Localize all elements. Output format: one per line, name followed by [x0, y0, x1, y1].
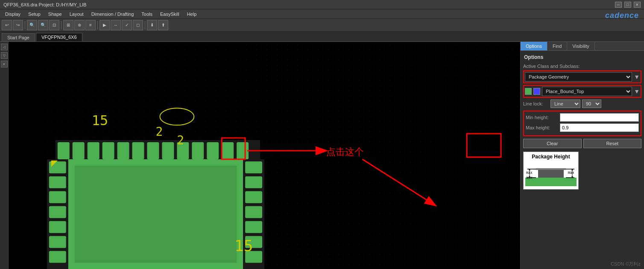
- svg-rect-15: [222, 142, 234, 159]
- tb-redo[interactable]: ↪: [13, 20, 23, 30]
- menu-setup[interactable]: Setup: [25, 11, 44, 18]
- tb-zoom-fit[interactable]: ⊡: [49, 20, 59, 30]
- tb-sep-3: [97, 21, 98, 29]
- maximize-btn[interactable]: □: [624, 2, 631, 8]
- subclass-dropdown-row: Place_Bound_Top ▼: [523, 85, 641, 98]
- svg-rect-14: [207, 142, 219, 159]
- tb-undo[interactable]: ↩: [2, 20, 12, 30]
- svg-rect-9: [132, 142, 144, 159]
- tb-run[interactable]: ▶: [100, 20, 110, 30]
- svg-rect-11: [162, 142, 174, 159]
- menu-shape[interactable]: Shape: [45, 11, 65, 18]
- pkg-height-diagram: Package Height max: [523, 152, 579, 190]
- svg-rect-6: [88, 142, 100, 159]
- height-section: Min height: Max height:: [523, 111, 641, 136]
- svg-rect-4: [58, 142, 70, 159]
- options-title: Options: [523, 53, 641, 61]
- svg-rect-49: [538, 169, 564, 178]
- tb-zoom-in[interactable]: 🔍: [27, 20, 37, 30]
- subclass-dropdown-arrow: ▼: [634, 88, 640, 95]
- svg-rect-28: [245, 191, 262, 203]
- btn-row: Clear Reset: [523, 139, 641, 148]
- class-dropdown[interactable]: Package Geometry: [525, 72, 632, 82]
- left-panel: ◁ ▽ ✕: [0, 42, 9, 269]
- active-class-label: Active Class and Subclass:: [523, 64, 641, 69]
- toolbar: ↩ ↪ 🔍 🔍 ⊡ ⊞ ⊕ ≡ ▶ ↔ ✓ ◻ ⬇ ⬆: [0, 19, 644, 32]
- svg-text:2: 2: [155, 125, 163, 139]
- left-btn-2[interactable]: ▽: [1, 52, 8, 59]
- left-btn-3[interactable]: ✕: [1, 61, 8, 67]
- svg-rect-19: [49, 176, 66, 188]
- right-panel: Options Find Visibility Options Active C…: [520, 42, 644, 269]
- svg-rect-27: [245, 176, 262, 188]
- reset-button[interactable]: Reset: [583, 139, 642, 148]
- pcb-view: 15 2 2 15 点击这个: [9, 42, 520, 269]
- subclass-color-swatch: [525, 88, 532, 95]
- tb-sep-4: [145, 21, 145, 29]
- diagram-svg: max min max: [525, 161, 577, 186]
- svg-text:点击这个: 点击这个: [326, 146, 364, 157]
- line-lock-select[interactable]: Line: [550, 99, 580, 108]
- tb-layer[interactable]: ≡: [85, 20, 96, 30]
- svg-rect-7: [102, 142, 114, 159]
- svg-rect-13: [192, 142, 204, 159]
- svg-rect-30: [245, 221, 262, 233]
- diagram-section: Package Height max: [523, 152, 641, 190]
- options-panel: Options Active Class and Subclass: Packa…: [521, 51, 644, 269]
- tb-import[interactable]: ⬇: [147, 20, 157, 30]
- svg-rect-8: [117, 142, 129, 159]
- min-height-input[interactable]: [560, 113, 639, 122]
- canvas-area[interactable]: 15 2 2 15 点击这个: [9, 42, 520, 269]
- svg-rect-5: [73, 142, 85, 159]
- menu-dimension[interactable]: Dimension / Drafting: [88, 11, 138, 18]
- class-dropdown-arrow: ▼: [634, 73, 640, 80]
- right-tab-visibility[interactable]: Visibility: [567, 42, 595, 50]
- tb-grid[interactable]: ⊞: [63, 20, 73, 30]
- menu-layout[interactable]: Layout: [66, 11, 87, 18]
- svg-rect-50: [536, 168, 566, 170]
- tb-zoom-out[interactable]: 🔍: [38, 20, 48, 30]
- right-tab-find[interactable]: Find: [547, 42, 567, 50]
- menu-tools[interactable]: Tools: [138, 11, 156, 18]
- right-tab-options[interactable]: Options: [521, 42, 547, 50]
- svg-rect-22: [49, 221, 66, 233]
- max-height-label: Max height:: [526, 125, 560, 130]
- svg-rect-23: [49, 236, 66, 248]
- menu-easyskill[interactable]: EasySkill: [157, 11, 183, 18]
- svg-rect-24: [49, 251, 66, 263]
- svg-rect-20: [49, 191, 66, 203]
- clear-button[interactable]: Clear: [523, 139, 582, 148]
- tab-vfqfpn[interactable]: VFQFPN36_6X6: [36, 33, 82, 41]
- menu-help[interactable]: Help: [184, 11, 200, 18]
- max-height-input[interactable]: [560, 123, 639, 132]
- tb-export[interactable]: ⬆: [158, 20, 168, 30]
- svg-text:min: min: [526, 176, 533, 180]
- diagram-title: Package Height: [525, 154, 577, 160]
- minimize-btn[interactable]: ─: [615, 2, 622, 8]
- left-btn-1[interactable]: ◁: [1, 44, 8, 50]
- min-height-row: Min height:: [526, 113, 639, 122]
- svg-text:15: 15: [234, 237, 253, 254]
- menu-bar: Display Setup Shape Layout Dimension / D…: [0, 9, 644, 19]
- class-dropdown-row: Package Geometry ▼: [523, 70, 641, 83]
- tb-measure[interactable]: ↔: [111, 20, 121, 30]
- title-text: QFP36_6X6.dra Project: D:/HY/MY_LIB: [3, 2, 86, 7]
- tb-sep-1: [25, 21, 25, 29]
- svg-rect-29: [245, 206, 262, 218]
- title-bar: QFP36_6X6.dra Project: D:/HY/MY_LIB ─ □ …: [0, 0, 644, 9]
- svg-text:2: 2: [177, 133, 184, 147]
- svg-rect-26: [245, 161, 262, 173]
- line-lock-row: Line lock: Line 90: [523, 99, 641, 108]
- tb-drc[interactable]: ✓: [122, 20, 132, 30]
- svg-text:max: max: [568, 171, 574, 175]
- tb-snap[interactable]: ⊕: [74, 20, 85, 30]
- angle-select[interactable]: 90: [582, 99, 601, 108]
- svg-rect-48: [525, 178, 577, 186]
- svg-rect-10: [147, 142, 159, 159]
- window-controls: ─ □ ✕: [615, 2, 641, 8]
- menu-display[interactable]: Display: [2, 11, 24, 18]
- tab-start-page[interactable]: Start Page: [2, 33, 35, 41]
- tb-3d[interactable]: ◻: [133, 20, 143, 30]
- close-btn[interactable]: ✕: [634, 2, 641, 8]
- subclass-dropdown[interactable]: Place_Bound_Top: [542, 87, 632, 96]
